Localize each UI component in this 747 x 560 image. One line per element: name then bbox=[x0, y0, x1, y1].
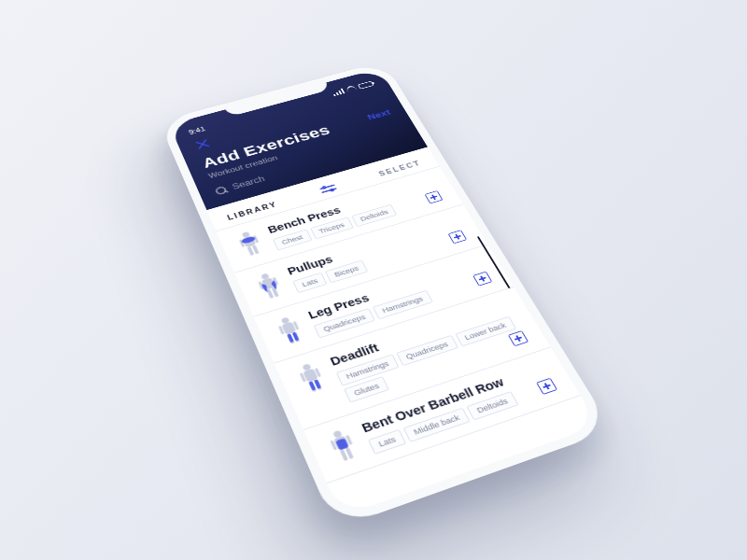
muscle-chip: Hamstrings bbox=[373, 290, 433, 319]
search-icon bbox=[214, 186, 227, 196]
svg-rect-34 bbox=[345, 447, 354, 459]
svg-rect-33 bbox=[340, 449, 348, 461]
muscle-chip: Hamstrings bbox=[336, 355, 399, 386]
wifi-icon bbox=[345, 85, 358, 92]
muscle-chip: Deltoids bbox=[466, 391, 518, 420]
svg-rect-16 bbox=[293, 321, 300, 329]
svg-rect-22 bbox=[303, 369, 318, 383]
muscle-chip: Lats bbox=[292, 273, 327, 293]
exercise-title: Deadlift bbox=[328, 300, 510, 368]
add-exercise-button[interactable] bbox=[508, 330, 529, 346]
search-placeholder: Search bbox=[231, 175, 266, 191]
muscle-chips: HamstringsQuadricepsLower backGlutes bbox=[336, 315, 529, 403]
svg-rect-19 bbox=[287, 333, 294, 343]
signal-icon bbox=[331, 89, 345, 97]
svg-rect-10 bbox=[273, 277, 278, 286]
svg-rect-30 bbox=[333, 435, 349, 450]
exercise-item[interactable]: Deadlift HamstringsQuadricepsLower backG… bbox=[275, 287, 551, 429]
screen: 9:41 Add Exercises Workout creation Next bbox=[169, 68, 599, 516]
svg-rect-15 bbox=[278, 326, 285, 334]
svg-rect-24 bbox=[315, 368, 321, 377]
muscle-figure-icon bbox=[270, 313, 309, 348]
phone-frame: 9:41 Add Exercises Workout creation Next bbox=[159, 62, 613, 529]
close-icon[interactable] bbox=[193, 137, 213, 151]
muscle-chip: Middle back bbox=[403, 408, 471, 442]
svg-rect-25 bbox=[308, 381, 317, 392]
battery-icon bbox=[358, 80, 374, 89]
svg-rect-26 bbox=[314, 379, 322, 390]
svg-rect-9 bbox=[258, 281, 263, 289]
muscle-figure-icon bbox=[250, 270, 289, 303]
add-exercise-button[interactable] bbox=[472, 272, 492, 287]
muscle-chip: Glutes bbox=[344, 376, 389, 402]
exercise-item[interactable]: Bent Over Barbell Row LatsMiddle backDel… bbox=[303, 347, 581, 483]
muscle-chip: Quadriceps bbox=[396, 335, 458, 366]
svg-rect-27 bbox=[308, 381, 316, 390]
svg-rect-31 bbox=[331, 441, 337, 451]
exercise-title: Bent Over Barbell Row bbox=[359, 361, 547, 435]
filter-icon[interactable] bbox=[319, 183, 338, 194]
svg-rect-20 bbox=[292, 332, 300, 342]
svg-rect-18 bbox=[292, 332, 300, 343]
add-exercise-button[interactable] bbox=[536, 378, 557, 395]
status-time: 9:41 bbox=[188, 125, 206, 135]
muscle-figure-icon bbox=[321, 426, 364, 467]
svg-rect-28 bbox=[314, 379, 321, 388]
svg-rect-12 bbox=[272, 287, 279, 298]
svg-rect-32 bbox=[345, 435, 352, 445]
muscle-figure-icon bbox=[232, 228, 269, 259]
muscle-chip: Lats bbox=[368, 429, 406, 455]
muscle-chips: QuadricepsHamstrings bbox=[314, 272, 493, 339]
muscle-chip: Quadriceps bbox=[314, 308, 375, 338]
svg-rect-14 bbox=[281, 322, 296, 335]
svg-rect-23 bbox=[300, 372, 306, 382]
svg-point-29 bbox=[332, 430, 343, 439]
svg-rect-11 bbox=[266, 288, 274, 299]
svg-point-13 bbox=[281, 316, 290, 324]
svg-rect-35 bbox=[335, 438, 348, 450]
muscle-figure-icon bbox=[291, 359, 332, 397]
next-button[interactable]: Next bbox=[366, 107, 392, 121]
svg-point-21 bbox=[302, 363, 311, 371]
svg-rect-17 bbox=[287, 333, 294, 343]
muscle-chips: LatsMiddle backDeltoids bbox=[368, 378, 558, 455]
muscle-chip: Lower back bbox=[455, 316, 516, 347]
